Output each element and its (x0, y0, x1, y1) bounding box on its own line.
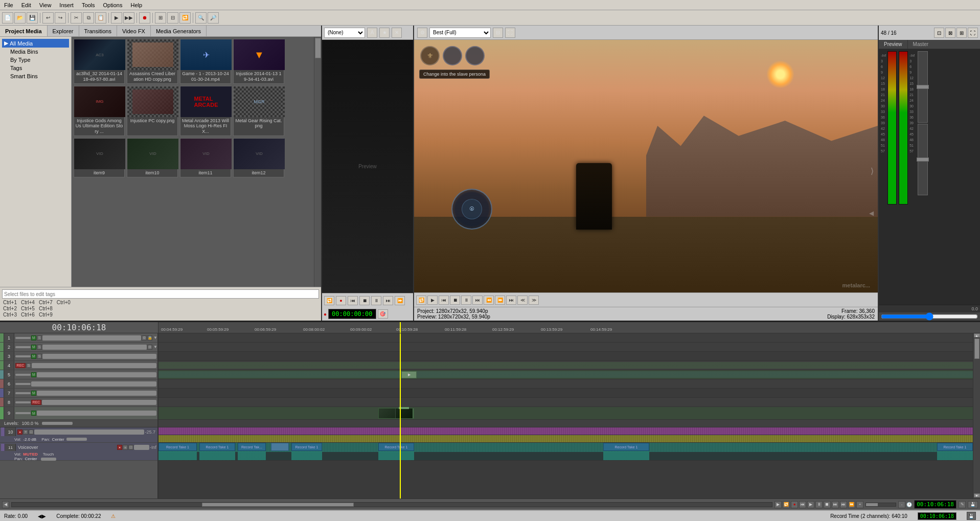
preview-btn-2[interactable]: ★ (379, 28, 390, 38)
media-item-3[interactable]: ▼ Injustice 2014-01-13 19-34-41-03.avi (233, 39, 284, 84)
menu-view[interactable]: View (35, 1, 56, 9)
full-screen-btn[interactable]: ⛶ (505, 28, 515, 38)
zoom-in-button[interactable]: 🔍 (195, 12, 207, 24)
record-take-1[interactable]: Record Take 1 (158, 443, 197, 451)
media-item-9[interactable]: VID item10 (127, 138, 178, 177)
main-fast-fwd[interactable]: ⏩ (495, 296, 505, 305)
media-item-7[interactable]: MGR Metal Gear Rising Cat.png (233, 86, 284, 136)
main-stop-btn[interactable]: ⏹ (450, 296, 460, 305)
new-button[interactable]: 📄 (2, 12, 13, 24)
timecode-edit-btn[interactable]: 🎯 (378, 309, 388, 319)
vu-btn-3[interactable]: ⊞ (956, 28, 967, 38)
track-fx-2[interactable]: ⚙ (147, 345, 152, 350)
preview-close[interactable]: ✕ (392, 28, 402, 38)
render-button[interactable]: ▶ (111, 12, 122, 24)
status-save-btn[interactable]: 💾 (967, 512, 976, 520)
track-fader-5[interactable] (15, 374, 31, 376)
track-volume-6[interactable] (31, 381, 156, 387)
record-take-7[interactable]: Record Take 1 (937, 443, 973, 451)
main-extra-2[interactable]: ≫ (529, 296, 539, 305)
save-button[interactable]: 💾 (27, 12, 38, 24)
tl-next-btn[interactable]: ⏭ (832, 501, 839, 508)
track-mute-2[interactable]: M (31, 345, 36, 350)
cut-button[interactable]: ✂ (71, 12, 82, 24)
vu-btn-4[interactable]: ⛶ (968, 28, 978, 38)
track-fader-7[interactable] (15, 392, 31, 394)
track-rec-10[interactable]: ● (17, 429, 22, 435)
main-extra-1[interactable]: ≪ (517, 296, 528, 305)
track-pan-slider-11[interactable] (41, 458, 56, 461)
timeline-hscrollbar[interactable] (11, 502, 772, 507)
menu-insert[interactable]: Insert (55, 1, 78, 9)
menu-file[interactable]: File (0, 1, 17, 9)
scroll-right-btn[interactable]: ▶ (774, 501, 782, 508)
media-scrollbar[interactable] (314, 37, 321, 287)
tree-all-media[interactable]: ▶ All Media (2, 39, 69, 48)
track-expand-2[interactable]: ▼ (153, 345, 157, 349)
undo-button[interactable]: ↩ (42, 12, 54, 24)
media-item-5[interactable]: Injustice PC copy.png (127, 86, 178, 136)
prev-btn[interactable]: ⏮ (348, 296, 358, 305)
record-take-5[interactable]: Record Take 1 (378, 443, 414, 451)
track-volume-1[interactable] (42, 335, 141, 341)
hscroll-thumb[interactable] (202, 503, 354, 507)
tl-play-btn[interactable]: ▶ (807, 501, 814, 508)
tab-video-fx[interactable]: Video FX (117, 26, 151, 36)
tl-zoom-out[interactable]: - (898, 501, 905, 508)
scroll-down-btn[interactable]: ▼ (974, 493, 980, 497)
record-take-4[interactable]: Record Take 1 (291, 443, 322, 451)
track-mute-5[interactable]: M (31, 372, 36, 377)
copy-button[interactable]: ⧉ (83, 12, 94, 24)
track-fx-10[interactable]: ≡ (23, 429, 28, 435)
media-item-8[interactable]: VID item9 (74, 138, 125, 177)
track-solo-3[interactable]: S (37, 354, 42, 359)
track-solo-1[interactable]: S (37, 335, 42, 341)
media-item-10[interactable]: VID item11 (180, 138, 231, 177)
tab-transitions[interactable]: Transitions (79, 26, 117, 36)
media-item-6[interactable]: METALARCADE Metal Arcade 2013 Will Moss … (180, 86, 231, 136)
main-fast-bwd[interactable]: ⏪ (484, 296, 494, 305)
track-vol-11[interactable] (134, 445, 149, 450)
track-fx-11[interactable]: ≡ (123, 445, 128, 450)
tab-media-generators[interactable]: Media Generators (151, 26, 207, 36)
track-volume-7[interactable] (37, 391, 156, 396)
tab-project-media[interactable]: Project Media (0, 26, 48, 36)
record-button[interactable]: ⏺ (139, 12, 150, 24)
vu-btn-1[interactable]: ⊡ (934, 28, 944, 38)
video-clip-9[interactable] (378, 408, 414, 419)
track-expand-1[interactable]: ▼ (153, 335, 157, 340)
preview-none-dropdown[interactable]: (None) (324, 28, 365, 38)
media-item-0[interactable]: AC3 ac3lhd_32 2014-01-14 18-49-57-80.avi (74, 39, 125, 84)
tl-stop-btn[interactable]: ⏹ (824, 501, 831, 508)
track-volume-8[interactable] (42, 400, 156, 405)
scroll-left-btn[interactable]: ◀ (2, 501, 9, 508)
paste-button[interactable]: 📋 (95, 12, 106, 24)
track-mute-9[interactable]: M (31, 411, 36, 416)
track-fader-8[interactable] (15, 401, 31, 403)
next-btn[interactable]: ⏭ (383, 296, 393, 305)
snap-to-grid-button[interactable]: ⊟ (167, 12, 178, 24)
record-take-2[interactable]: Record Take 1 (199, 443, 235, 451)
tl-timecode-edit[interactable]: ✎ (959, 501, 966, 508)
track-solo-4[interactable]: S (26, 363, 31, 368)
track-volume-3[interactable] (42, 354, 156, 359)
main-next-frame[interactable]: ⏭ (472, 296, 483, 305)
zoom-slider[interactable] (865, 503, 896, 507)
scroll-up-btn[interactable]: ▲ (974, 333, 980, 337)
vu-btn-2[interactable]: ⊠ (945, 28, 955, 38)
tab-master[interactable]: Master (908, 40, 934, 49)
play-btn[interactable]: ● (336, 296, 346, 305)
track-volume-2[interactable] (42, 345, 147, 350)
tree-by-type[interactable]: By Type (8, 56, 69, 64)
track-mute-3[interactable]: M (31, 354, 36, 359)
tl-save-btn[interactable]: 💾 (968, 501, 978, 508)
loop-btn[interactable]: 🔁 (324, 296, 334, 305)
tl-pause-btn[interactable]: ⏸ (815, 501, 823, 508)
track-fader-3[interactable] (15, 355, 31, 357)
tl-fwd-btn[interactable]: ⏩ (848, 501, 855, 508)
track-volume-5[interactable] (37, 372, 156, 377)
tl-zoom-in[interactable]: + (856, 501, 863, 508)
track-comp-11[interactable]: ⊡ (128, 445, 133, 450)
tree-media-bins[interactable]: Media Bins (8, 48, 69, 56)
level-slider[interactable] (42, 422, 73, 425)
